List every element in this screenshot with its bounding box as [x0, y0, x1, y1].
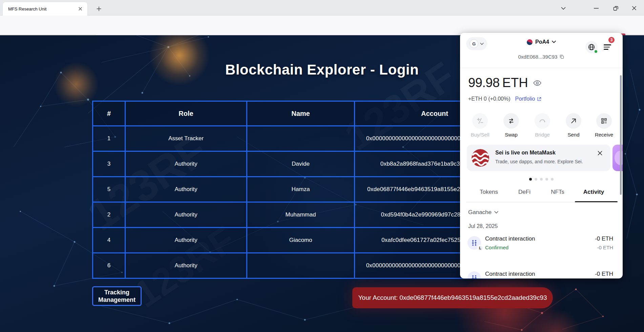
cell-num: 3	[93, 151, 125, 177]
balance-change: +ETH 0 (+0.00%)	[468, 96, 511, 102]
tab-defi[interactable]: DeFi	[511, 189, 538, 195]
banner-close-icon[interactable]	[596, 149, 604, 157]
account-address[interactable]: 0xdE068...39C93	[460, 54, 623, 60]
restore-window-icon[interactable]	[608, 1, 623, 15]
col-header-name: Name	[247, 101, 355, 126]
cell-name: Giacomo	[247, 228, 355, 253]
balance-unit: ETH	[502, 76, 528, 90]
account-address-text: 0xdE068...39C93	[518, 54, 558, 60]
your-account-banner: Your Account: 0xde06877f446eb9463519a815…	[352, 287, 553, 308]
balance-change-row: +ETH 0 (+0.00%) Portfolio	[468, 96, 542, 102]
metamask-menu-icon[interactable]	[604, 43, 612, 51]
bridge-icon	[539, 117, 546, 125]
eye-icon[interactable]	[533, 79, 542, 87]
activity-title: Contract interaction	[485, 235, 535, 242]
swap-button[interactable]: Swap	[497, 113, 526, 138]
swap-icon	[507, 117, 515, 125]
tab-nfts[interactable]: NFTs	[544, 189, 571, 195]
tab-tokens[interactable]: Tokens	[474, 189, 504, 195]
network-filter-label: Ganache	[468, 209, 492, 216]
bridge-button[interactable]: Bridge	[528, 113, 557, 138]
activity-item[interactable]: L Contract interaction Confirmed -0 ETH …	[460, 234, 623, 259]
tab-activity[interactable]: Activity	[579, 189, 608, 195]
tracking-management-button[interactable]: Tracking Management	[92, 286, 142, 306]
activity-amount: -0 ETH	[595, 271, 613, 277]
tab-title: MFS Research Unit	[8, 6, 77, 12]
account-avatar	[527, 39, 533, 45]
connection-globe-icon[interactable]	[585, 41, 598, 53]
tab-list-chevron-icon[interactable]	[556, 1, 571, 15]
popup-scrollbar[interactable]	[620, 75, 622, 195]
tracking-button-line1: Tracking	[104, 289, 129, 296]
cell-name: Hamza	[247, 177, 355, 202]
send-button[interactable]: Send	[559, 113, 588, 138]
carousel-dot[interactable]	[545, 178, 548, 181]
cell-num: 4	[93, 228, 125, 253]
carousel-dot[interactable]	[535, 178, 537, 181]
col-header-role: Role	[125, 101, 247, 126]
activity-date-header: Jul 28, 2025	[468, 223, 498, 229]
tab-close-icon[interactable]	[77, 5, 84, 13]
portfolio-label: Portfolio	[515, 96, 535, 102]
screen: MFS Research Unit	[0, 0, 644, 332]
table-row[interactable]: 1 Asset Tracker 0x0000000000000000000000…	[93, 126, 515, 151]
table-row[interactable]: 3 Authority Davide 0xb8a2a8968faad376e1b…	[93, 151, 515, 177]
table-row[interactable]: 6 Authority 0x00000000000000000000000000…	[93, 253, 515, 278]
cell-role: Authority	[125, 228, 247, 253]
table-row[interactable]: 5 Authority Hamza 0xde06877f446eb9463519…	[93, 177, 515, 202]
metamask-popup: G PoA4 0xdE068...39C93 3 99.98ETH +ETH 0…	[460, 33, 623, 278]
chevron-down-icon	[494, 211, 498, 214]
connected-status-dot	[594, 49, 598, 54]
sei-logo-icon	[472, 149, 489, 167]
buy-sell-button[interactable]: Buy/Sell	[465, 113, 495, 138]
external-link-icon	[537, 97, 542, 102]
cell-role: Authority	[125, 151, 247, 177]
browser-tab-bar: MFS Research Unit	[0, 0, 644, 16]
cell-num: 1	[93, 126, 125, 151]
carousel-dot[interactable]	[540, 178, 543, 181]
receive-qr-icon	[601, 118, 607, 124]
cell-role: Authority	[125, 177, 247, 202]
activity-status: Confirmed	[485, 245, 508, 250]
buy-sell-icon	[476, 117, 484, 125]
cell-num: 5	[93, 177, 125, 202]
contract-interaction-icon	[468, 271, 481, 278]
minimize-icon[interactable]	[588, 1, 604, 15]
browser-tab[interactable]: MFS Research Unit	[3, 2, 87, 16]
balance-row: 99.98ETH	[468, 76, 542, 90]
network-filter-dropdown[interactable]: Ganache	[468, 209, 498, 216]
cell-name: Davide	[247, 151, 355, 177]
activity-item[interactable]: Contract interaction -0 ETH	[460, 269, 623, 278]
portfolio-link[interactable]: Portfolio	[515, 96, 542, 102]
account-name: PoA4	[535, 39, 549, 45]
cell-name	[247, 253, 355, 278]
new-tab-button[interactable]	[94, 4, 104, 14]
send-icon	[570, 118, 577, 124]
cell-role: Authority	[125, 253, 247, 278]
glow-orange	[149, 35, 210, 86]
cell-role: Asset Tracker	[125, 126, 247, 151]
cell-name: Muhammad	[247, 202, 355, 228]
glow-red-small	[528, 310, 583, 332]
table-header-row: # Role Name Account	[93, 101, 515, 126]
carousel-dot[interactable]	[551, 178, 554, 181]
cell-role: Authority	[125, 202, 247, 228]
cell-num: 2	[93, 202, 125, 228]
sei-banner-subtitle: Trade, use dapps, and more. Explore Sei.	[495, 159, 583, 164]
copy-icon[interactable]	[559, 54, 564, 59]
sei-banner-title: Sei is live on MetaMask	[495, 150, 556, 156]
metamask-tabs: Tokens DeFi NFTs Activity	[460, 189, 623, 202]
close-window-icon[interactable]	[626, 1, 642, 15]
receive-button[interactable]: Receive	[589, 113, 619, 138]
activity-title: Contract interaction	[485, 271, 535, 277]
notification-badge: 3	[608, 36, 615, 44]
roles-table: # Role Name Account 1 Asset Tracker 0x00…	[92, 101, 515, 279]
tracking-button-line2: Management	[98, 296, 136, 304]
browser-nav-bar: http://localhost:3000 3	[0, 16, 644, 35]
col-header-num: #	[93, 101, 125, 126]
table-row[interactable]: 4 Authority Giacomo 0xafc0dfee061727a02f…	[93, 228, 515, 253]
account-selector[interactable]: PoA4	[460, 39, 623, 45]
sei-promo-banner[interactable]: Sei is live on MetaMask Trade, use dapps…	[467, 145, 610, 171]
carousel-dot[interactable]	[529, 178, 532, 181]
table-row[interactable]: 2 Authority Muhammad 0xd594f0b4a2e990969…	[93, 202, 515, 228]
